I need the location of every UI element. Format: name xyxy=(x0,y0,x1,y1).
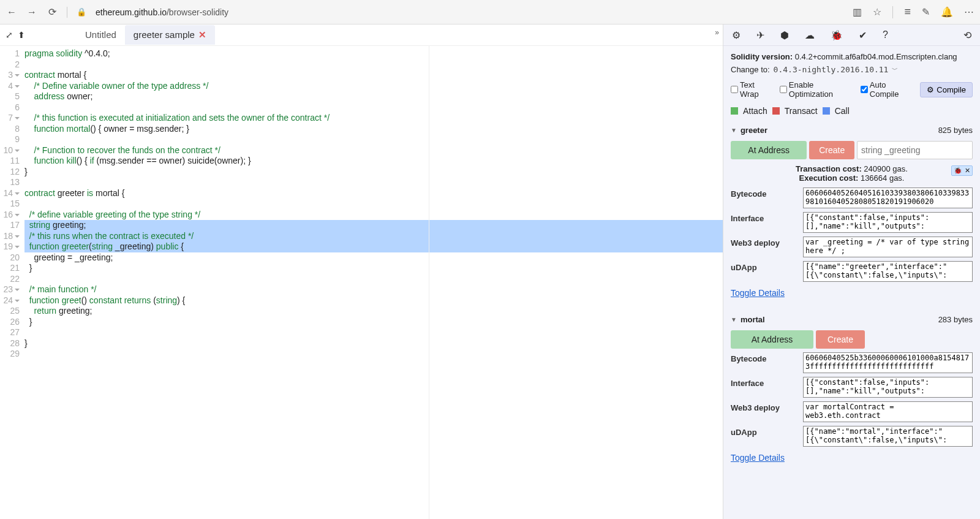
code-line[interactable]: string greeting; xyxy=(24,220,723,231)
favorite-icon[interactable]: ☆ xyxy=(873,6,881,18)
line-number: 28 xyxy=(0,338,20,349)
code-line[interactable]: /* this function is executed at initiali… xyxy=(24,113,723,124)
udapp-value[interactable]: [{"name":"mortal","interface":"[{\"const… xyxy=(803,426,973,447)
constructor-args-input[interactable] xyxy=(857,141,973,159)
more-icon[interactable]: ⋯ xyxy=(964,6,974,18)
code-line[interactable]: } xyxy=(24,338,723,349)
code-line[interactable]: function kill() { if (msg.sender == owne… xyxy=(24,156,723,167)
url-bar[interactable]: ethereum.github.io/browser-solidity xyxy=(96,7,843,17)
debug-pill[interactable]: 🐞✕ xyxy=(951,165,973,176)
line-number: 9 xyxy=(0,134,20,145)
code-line[interactable] xyxy=(24,349,723,360)
expand-icon[interactable]: ⤢ xyxy=(3,28,15,42)
compile-panel: ⚙ ✈ ⬢ ☁ 🐞 ✔ ? ⟲ Solidity version: 0.4.2+… xyxy=(723,25,980,519)
close-icon[interactable]: ✕ xyxy=(198,29,206,40)
contract-size: 283 bytes xyxy=(938,315,973,324)
at-address-button[interactable]: At Address xyxy=(731,141,807,159)
bytecode-value[interactable]: 6060604052604051610339380380610339833981… xyxy=(803,188,973,208)
code-line[interactable] xyxy=(24,327,723,338)
code-line[interactable]: /* Define variable owner of the type add… xyxy=(24,81,723,92)
menu-icon[interactable]: ≡ xyxy=(904,6,911,18)
code-line[interactable]: /* define variable greeting of the type … xyxy=(24,210,723,221)
contract-mortal: ▼mortal283 bytesAt AddressCreateBytecode… xyxy=(731,313,973,469)
line-number: 2 xyxy=(0,59,20,70)
code-line[interactable] xyxy=(24,102,723,113)
tab-untitled[interactable]: Untitled xyxy=(77,25,125,45)
udapp-value[interactable]: [{"name":"greeter","interface":"[{\"cons… xyxy=(803,261,973,282)
bytecode-label: Bytecode xyxy=(731,188,798,199)
check-icon[interactable]: ✔ xyxy=(859,29,867,41)
create-button[interactable]: Create xyxy=(816,330,865,349)
web3-deploy-value[interactable]: var mortalContract = web3.eth.contract xyxy=(803,401,973,422)
collapse-panel-icon[interactable]: » xyxy=(715,28,719,37)
code-line[interactable] xyxy=(24,59,723,70)
reader-icon[interactable]: ▥ xyxy=(853,6,862,18)
line-number: 29 xyxy=(0,349,20,360)
code-line[interactable] xyxy=(24,199,723,210)
cube-icon[interactable]: ⬢ xyxy=(780,29,789,41)
execution-cost: Execution cost: 136664 gas. xyxy=(731,173,973,183)
contract-greeter: ▼greeter825 bytesAt AddressCreateTransac… xyxy=(731,123,973,304)
web3-deploy-label: Web3 deploy xyxy=(731,401,798,412)
bug-icon[interactable]: 🐞 xyxy=(831,29,843,41)
reload-icon[interactable]: ⟳ xyxy=(47,6,58,18)
textwrap-checkbox[interactable]: Text Wrap xyxy=(731,80,771,99)
code-line[interactable]: function greet() constant returns (strin… xyxy=(24,295,723,306)
at-address-button[interactable]: At Address xyxy=(731,330,813,349)
code-editor[interactable]: 1234567891011121314151617181920212223242… xyxy=(0,46,723,519)
code-line[interactable]: } xyxy=(24,167,723,178)
contract-name: greeter xyxy=(741,126,767,135)
line-number: 8 xyxy=(0,124,20,135)
toggle-details-link[interactable]: Toggle Details xyxy=(731,453,785,463)
interface-value[interactable]: [{"constant":false,"inputs":[],"name":"k… xyxy=(803,212,973,233)
back-icon[interactable]: ← xyxy=(6,7,17,18)
udapp-label: uDApp xyxy=(731,261,798,272)
notifications-icon[interactable]: 🔔 xyxy=(941,6,953,18)
contract-name: mortal xyxy=(741,315,765,324)
chevron-down-icon: ﹀ xyxy=(892,66,898,74)
toggle-details-link[interactable]: Toggle Details xyxy=(731,288,785,298)
forward-icon[interactable]: → xyxy=(26,7,37,18)
upload-icon[interactable]: ⬆ xyxy=(15,28,28,42)
note-icon[interactable]: ✎ xyxy=(922,6,930,18)
optimization-checkbox[interactable]: Enable Optimization xyxy=(780,80,852,99)
refresh-icon[interactable]: ⟲ xyxy=(963,29,971,41)
legend: Attach Transact Call xyxy=(731,106,973,116)
code-line[interactable]: contract mortal { xyxy=(24,70,723,81)
compile-button[interactable]: ⚙Compile xyxy=(920,82,973,97)
code-line[interactable] xyxy=(24,274,723,285)
code-line[interactable]: } xyxy=(24,263,723,274)
send-icon[interactable]: ✈ xyxy=(756,29,764,41)
version-selector[interactable]: Change to: 0.4.3-nightly.2016.10.11 ﹀ xyxy=(731,65,973,74)
code-line[interactable]: contract greeter is mortal { xyxy=(24,188,723,199)
interface-value[interactable]: [{"constant":false,"inputs":[],"name":"k… xyxy=(803,377,973,398)
code-line[interactable]: /* main function */ xyxy=(24,284,723,295)
autocompile-checkbox[interactable]: Auto Compile xyxy=(861,80,912,99)
code-line[interactable]: pragma solidity ^0.4.0; xyxy=(24,48,723,59)
code-line[interactable] xyxy=(24,177,723,188)
code-line[interactable]: /* Function to recover the funds on the … xyxy=(24,145,723,156)
create-button[interactable]: Create xyxy=(809,141,854,159)
bytecode-value[interactable]: 60606040525b33600060006101000a81548173ff… xyxy=(803,352,973,373)
code-line[interactable]: return greeting; xyxy=(24,306,723,317)
interface-label: Interface xyxy=(731,212,798,223)
code-line[interactable]: } xyxy=(24,317,723,328)
contract-header[interactable]: ▼greeter825 bytes xyxy=(731,123,973,137)
contract-header[interactable]: ▼mortal283 bytes xyxy=(731,313,973,327)
tab-greeter-sample[interactable]: greeter sample✕ xyxy=(125,25,215,45)
gear-icon[interactable]: ⚙ xyxy=(732,29,741,41)
code-line[interactable]: /* this runs when the contract is execut… xyxy=(24,231,723,242)
code-line[interactable]: greeting = _greeting; xyxy=(24,252,723,263)
code-line[interactable]: function mortal() { owner = msg.sender; … xyxy=(24,124,723,135)
close-icon[interactable]: ✕ xyxy=(965,167,970,175)
udapp-label: uDApp xyxy=(731,426,798,437)
line-number: 3 xyxy=(0,70,20,81)
line-number: 10 xyxy=(0,145,20,156)
code-line[interactable]: function greeter(string _greeting) publi… xyxy=(24,241,723,252)
code-line[interactable] xyxy=(24,134,723,145)
line-number: 7 xyxy=(0,113,20,124)
web3-deploy-value[interactable]: var _greeting = /* var of type string he… xyxy=(803,237,973,257)
code-line[interactable]: address owner; xyxy=(24,91,723,102)
help-icon[interactable]: ? xyxy=(883,29,888,40)
cloud-icon[interactable]: ☁ xyxy=(805,29,815,41)
